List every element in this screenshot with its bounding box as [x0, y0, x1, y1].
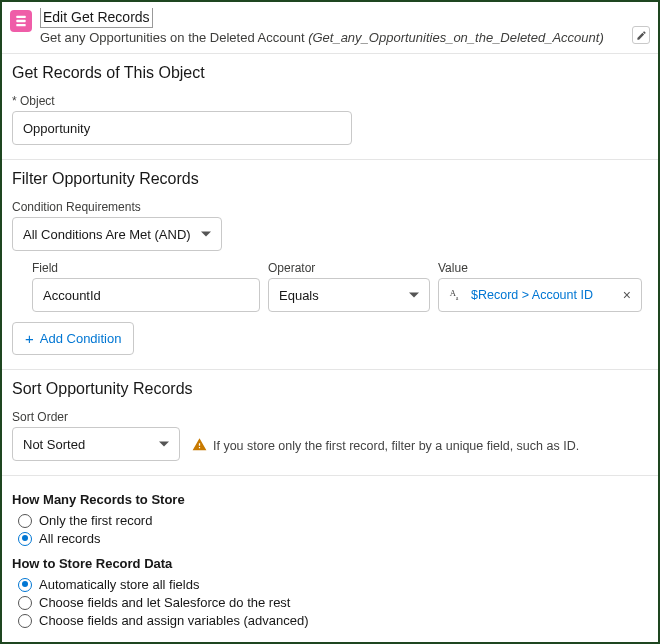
- condition-requirements-value: All Conditions Are Met (AND): [23, 227, 191, 242]
- how-store-option[interactable]: Automatically store all fields: [18, 577, 648, 592]
- condition-field-value: AccountId: [43, 288, 101, 303]
- edit-get-records-panel: Edit Get Records Get any Opportunities o…: [2, 2, 658, 642]
- how-many-heading: How Many Records to Store: [12, 492, 648, 507]
- svg-rect-2: [16, 24, 25, 26]
- how-many-option[interactable]: Only the first record: [18, 513, 648, 528]
- remove-value-icon[interactable]: ×: [623, 288, 631, 302]
- sort-order-label: Sort Order: [12, 410, 180, 424]
- field-column-label: Field: [32, 261, 260, 275]
- text-icon: Aa: [449, 287, 465, 303]
- how-many-option-label: All records: [39, 531, 100, 546]
- sort-section-title: Sort Opportunity Records: [12, 380, 648, 398]
- sort-order-value: Not Sorted: [23, 437, 85, 452]
- how-store-option-label: Automatically store all fields: [39, 577, 199, 592]
- object-input[interactable]: [12, 111, 352, 145]
- operator-column-label: Operator: [268, 261, 430, 275]
- svg-rect-1: [16, 20, 25, 22]
- radio-icon: [18, 578, 32, 592]
- radio-icon: [18, 532, 32, 546]
- condition-requirements-label: Condition Requirements: [12, 200, 648, 214]
- object-section-title: Get Records of This Object: [12, 64, 648, 82]
- object-label: Object: [12, 94, 648, 108]
- panel-api-name: (Get_any_Opportunities_on_the_Deleted_Ac…: [308, 30, 604, 45]
- radio-icon: [18, 514, 32, 528]
- how-store-option[interactable]: Choose fields and assign variables (adva…: [18, 613, 648, 628]
- sort-warning-text: If you store only the first record, filt…: [213, 439, 579, 453]
- condition-operator-value: Equals: [279, 288, 319, 303]
- how-store-option-label: Choose fields and assign variables (adva…: [39, 613, 309, 628]
- sort-section: Sort Opportunity Records Sort Order Not …: [2, 370, 658, 476]
- panel-subtitle: Get any Opportunities on the Deleted Acc…: [40, 30, 624, 45]
- svg-text:a: a: [456, 295, 459, 301]
- how-many-option[interactable]: All records: [18, 531, 648, 546]
- filter-section-title: Filter Opportunity Records: [12, 170, 648, 188]
- condition-value-input[interactable]: Aa $Record > Account ID ×: [438, 278, 642, 312]
- condition-requirements-select[interactable]: All Conditions Are Met (AND): [12, 217, 222, 251]
- value-column-label: Value: [438, 261, 642, 275]
- radio-icon: [18, 614, 32, 628]
- panel-subtitle-label: Get any Opportunities on the Deleted Acc…: [40, 30, 308, 45]
- panel-title: Edit Get Records: [40, 8, 153, 28]
- sort-warning: If you store only the first record, filt…: [192, 437, 579, 455]
- object-section: Get Records of This Object Object: [2, 54, 658, 160]
- filter-section: Filter Opportunity Records Condition Req…: [2, 160, 658, 370]
- sort-order-select[interactable]: Not Sorted: [12, 427, 180, 461]
- condition-row: Field AccountId Operator Equals Value Aa…: [32, 261, 648, 312]
- how-many-option-label: Only the first record: [39, 513, 152, 528]
- radio-icon: [18, 596, 32, 610]
- condition-operator-select[interactable]: Equals: [268, 278, 430, 312]
- get-records-icon: [10, 10, 32, 32]
- pencil-icon: [636, 30, 647, 41]
- store-section: How Many Records to Store Only the first…: [2, 476, 658, 642]
- svg-rect-0: [16, 16, 25, 18]
- how-store-option[interactable]: Choose fields and let Salesforce do the …: [18, 595, 648, 610]
- how-store-heading: How to Store Record Data: [12, 556, 648, 571]
- add-condition-button[interactable]: + Add Condition: [12, 322, 134, 355]
- edit-label-button[interactable]: [632, 26, 650, 44]
- plus-icon: +: [25, 331, 34, 346]
- panel-header: Edit Get Records Get any Opportunities o…: [2, 2, 658, 54]
- add-condition-label: Add Condition: [40, 331, 122, 346]
- condition-value-text: $Record > Account ID: [471, 288, 617, 302]
- warning-icon: [192, 437, 207, 455]
- condition-field-input[interactable]: AccountId: [32, 278, 260, 312]
- how-store-option-label: Choose fields and let Salesforce do the …: [39, 595, 290, 610]
